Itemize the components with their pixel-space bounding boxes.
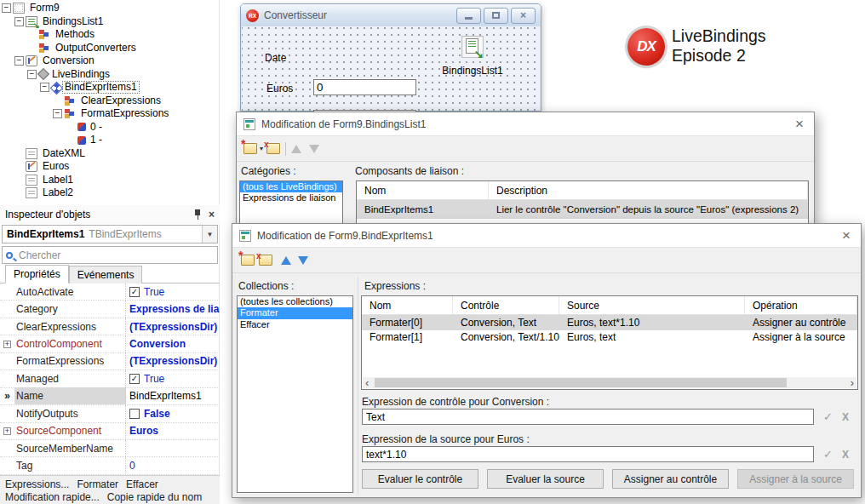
expression-row-0[interactable]: Formater[0] Conversion, Text Euros, text… [362,315,857,330]
footer-link-effacer[interactable]: Effacer [126,478,158,490]
scrollbar-thumb[interactable] [375,378,787,387]
cancel-x-icon[interactable]: X [842,411,849,423]
column-header-nom[interactable]: Nom [362,296,453,314]
tree-node-conversion[interactable]: − Conversion [0,54,220,68]
tree-node-formatexpressions[interactable]: − FormatExpressions [0,107,220,121]
apply-check-icon[interactable]: ✓ [823,448,833,461]
delete-item-icon[interactable]: x [266,143,280,154]
pin-icon[interactable] [194,209,202,220]
collection-item-formater[interactable]: Formater [238,307,352,318]
delete-item-icon[interactable]: x [259,255,272,266]
column-header-source[interactable]: Source [559,296,745,314]
footer-link-modification-rapide[interactable]: Modification rapide... [5,491,100,503]
tab-proprietes[interactable]: Propriétés [5,265,69,284]
evaluate-control-button[interactable]: Evaluer le contrôle [362,469,478,489]
collection-item-all[interactable]: (toutes les collections) [238,296,352,307]
cancel-x-icon[interactable]: X [842,449,849,461]
collapse-icon[interactable]: − [53,109,62,118]
column-header-controle[interactable]: Contrôle [453,296,559,314]
tree-node-bindexpritems1[interactable]: − BindExprItems1 [0,81,220,94]
close-button[interactable]: × [511,8,536,24]
property-row-formatexpressions[interactable]: FormatExpressions (TExpressionsDir) [0,353,220,370]
control-expression-input[interactable] [362,409,814,425]
collapse-icon[interactable]: − [27,70,37,79]
property-row-autoactivate[interactable]: AutoActivate True [0,284,220,301]
chevron-down-icon[interactable]: ▾ [260,145,263,152]
move-up-icon[interactable] [291,145,301,153]
property-row-notifyoutputs[interactable]: NotifyOutputs False [0,405,220,422]
column-header-description[interactable]: Description [489,181,808,199]
expand-plus-icon[interactable]: + [0,341,14,348]
evaluate-source-button[interactable]: Evaluer la source [487,469,604,489]
footer-link-expressions[interactable]: Expressions... [5,478,69,490]
source-expression-input[interactable] [362,446,814,462]
expression-row-1[interactable]: Formater[1] Conversion, Text/1.10 Euros,… [362,330,857,346]
tree-node-euros[interactable]: Euros [0,160,220,174]
scroll-left-icon[interactable]: ‹ [365,377,369,388]
move-down-icon[interactable] [298,256,308,265]
category-item-all[interactable]: (tous les LiveBindings) [240,181,342,192]
tree-node-outputconverters[interactable]: OutputConverters [0,42,220,55]
expand-plus-icon[interactable]: + [0,427,14,435]
collection-item-effacer[interactable]: Effacer [238,319,352,330]
collapse-icon[interactable]: − [2,3,11,13]
form-designer-surface[interactable]: Date Euros Dollars US ↘ BindingsList1 [242,26,540,111]
minimize-button[interactable] [456,8,481,24]
assign-source-button[interactable]: Assigner à la source [737,469,854,489]
property-row-managed[interactable]: Managed True [0,370,220,387]
property-row-sourcecomponent[interactable]: + SourceComponent Euros [0,423,220,440]
tree-node-livebindings[interactable]: − LiveBindings [0,68,220,82]
assign-control-button[interactable]: Assigner au contrôle [612,469,729,489]
tree-node-expression-0[interactable]: 0 - [0,121,220,135]
move-down-icon[interactable] [309,145,319,153]
column-header-nom[interactable]: Nom [357,181,489,199]
collapse-icon[interactable]: − [40,83,49,92]
close-icon[interactable]: × [209,209,215,220]
close-icon[interactable]: × [792,117,807,131]
dialog-title: Modification de Form9.BindingsList1 [261,118,426,130]
tree-node-expression-1[interactable]: 1 - [0,134,220,147]
checkbox-checked[interactable] [129,374,140,384]
euros-input[interactable] [313,79,416,95]
search-input[interactable] [17,249,214,262]
property-row-category[interactable]: Category Expressions de liaison [0,301,220,318]
footer-link-formater[interactable]: Formater [77,478,118,490]
tree-node-label1[interactable]: Label1 [0,174,220,187]
add-item-icon[interactable]: * [241,255,255,266]
horizontal-scrollbar[interactable]: ‹ › [363,377,856,388]
episode-title-line1: LiveBindings [672,26,766,46]
checkbox-checked[interactable] [129,287,140,297]
bindexpritems-dialog-titlebar[interactable]: Modification de Form9.BindExprItems1 × [232,224,861,248]
property-row-sourcemembername[interactable]: SourceMemberName [0,440,220,457]
bindingslist-dialog-titlebar[interactable]: Modification de Form9.BindingsList1 × [237,112,814,136]
collapse-icon[interactable]: − [14,17,24,26]
move-up-icon[interactable] [281,256,291,265]
tree-node-form9[interactable]: − Form9 [0,2,220,15]
property-row-clearexpressions[interactable]: ClearExpressions (TExpressionsDir) [0,318,220,335]
property-row-controlcomponent[interactable]: + ControlComponent Conversion [0,335,220,352]
tree-node-clearexpressions[interactable]: ClearExpressions [0,94,220,108]
inspector-search[interactable] [2,246,218,264]
checkbox-unchecked[interactable] [129,409,140,419]
category-item-expressions[interactable]: Expressions de liaison [240,192,342,203]
column-header-operation[interactable]: Opération [745,296,857,314]
component-row-bindexpritems1[interactable]: BindExprItems1 Lier le contrôle "Convers… [357,200,808,219]
collapse-icon[interactable]: − [14,56,24,66]
property-row-name[interactable]: » Name BindExprItems1 [0,388,220,405]
tree-node-bindingslist1[interactable]: − BindingsList1 [0,15,220,29]
scroll-right-icon[interactable]: › [851,377,854,388]
footer-link-copie-rapide[interactable]: Copie rapide du nom [107,491,202,503]
close-icon[interactable]: × [839,229,854,243]
apply-check-icon[interactable]: ✓ [823,410,833,423]
tree-node-label2[interactable]: Label2 [0,186,220,200]
dropdown-button[interactable]: ▼ [202,226,217,243]
panel-splitter[interactable] [358,277,358,495]
object-selector[interactable]: BindExprItems1 TBindExprItems ▼ [2,225,218,243]
converter-titlebar[interactable]: RX Convertisseur × [241,4,541,26]
bindingslist-component-icon[interactable]: ↘ [461,36,484,58]
tab-evenements[interactable]: Evénements [69,266,143,284]
tree-node-datexml[interactable]: DateXML [0,147,220,161]
add-item-icon[interactable]: * [243,143,257,154]
maximize-button[interactable] [484,8,508,24]
property-row-tag[interactable]: Tag 0 [0,457,220,474]
